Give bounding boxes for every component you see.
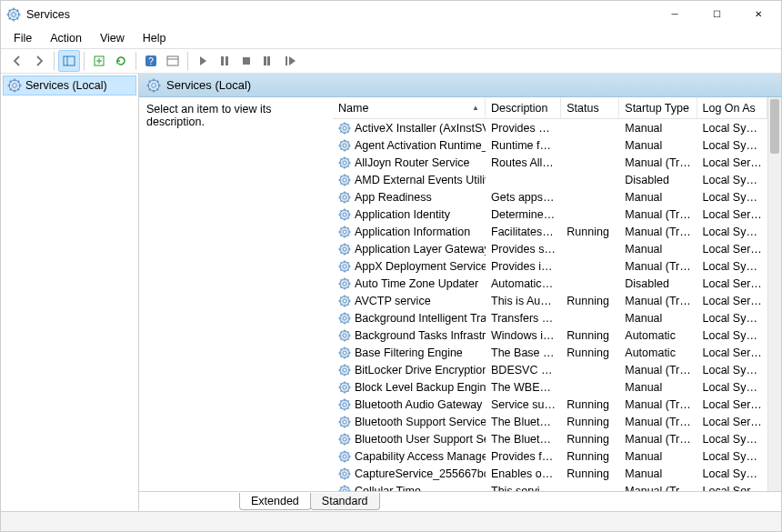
refresh-button[interactable] bbox=[110, 50, 132, 72]
restart-service-button[interactable] bbox=[257, 50, 279, 72]
cell-logon: Local Syste... bbox=[697, 191, 767, 204]
tab-standard[interactable]: Standard bbox=[310, 493, 380, 510]
gear-icon bbox=[338, 277, 351, 290]
properties-button[interactable] bbox=[162, 50, 184, 72]
cell-name: Auto Time Zone Updater bbox=[333, 277, 486, 290]
stop-service-button[interactable] bbox=[236, 50, 257, 72]
vertical-scrollbar[interactable] bbox=[767, 97, 781, 491]
cell-description: Service sup... bbox=[486, 398, 561, 411]
table-row[interactable]: Agent Activation Runtime_...Runtime for.… bbox=[333, 136, 767, 154]
gear-icon bbox=[338, 174, 351, 186]
description-pane: Select an item to view its description. bbox=[139, 97, 333, 491]
help-button[interactable]: ? bbox=[140, 50, 162, 72]
gear-icon bbox=[338, 139, 351, 152]
start-service-button[interactable] bbox=[192, 50, 214, 72]
table-row[interactable]: Cellular TimeThis service ...Manual (Tri… bbox=[333, 482, 767, 491]
table-row[interactable]: CaptureService_255667bcEnables opti...Ru… bbox=[333, 465, 767, 482]
col-header-description[interactable]: Description bbox=[486, 97, 561, 118]
col-header-startup[interactable]: Startup Type bbox=[619, 97, 697, 118]
cell-startup: Automatic bbox=[619, 346, 697, 359]
cell-name: AppX Deployment Service (... bbox=[333, 260, 486, 273]
forward-button[interactable] bbox=[28, 50, 50, 72]
cell-name: Cellular Time bbox=[333, 485, 486, 492]
cell-name: ActiveX Installer (AxInstSV) bbox=[333, 122, 486, 135]
show-hide-tree-button[interactable] bbox=[58, 50, 80, 72]
table-row[interactable]: ActiveX Installer (AxInstSV)Provides Us.… bbox=[333, 119, 767, 136]
cell-startup: Manual bbox=[619, 312, 697, 325]
cell-description: The WBENG... bbox=[486, 381, 561, 394]
col-header-name[interactable]: Name ▲ bbox=[333, 97, 486, 118]
service-name: Cellular Time bbox=[355, 485, 421, 492]
cell-logon: Local Service bbox=[697, 277, 767, 290]
table-row[interactable]: Capability Access Manager ...Provides fa… bbox=[333, 447, 767, 465]
cell-description: The Bluetoo... bbox=[486, 433, 561, 446]
view-tabs: Extended Standard bbox=[139, 491, 781, 511]
table-row[interactable]: Base Filtering EngineThe Base Fil...Runn… bbox=[333, 344, 767, 361]
table-row[interactable]: Bluetooth User Support Ser...The Bluetoo… bbox=[333, 430, 767, 447]
cell-name: Capability Access Manager ... bbox=[333, 450, 486, 463]
table-row[interactable]: Bluetooth Audio Gateway S...Service sup.… bbox=[333, 396, 767, 413]
restart-button[interactable] bbox=[279, 50, 301, 72]
menu-file[interactable]: File bbox=[6, 30, 39, 46]
menu-help[interactable]: Help bbox=[135, 30, 174, 46]
col-header-status[interactable]: Status bbox=[561, 97, 619, 118]
gear-icon bbox=[338, 398, 351, 411]
menu-view[interactable]: View bbox=[93, 30, 132, 46]
cell-logon: Local Syste... bbox=[697, 467, 767, 480]
gear-icon bbox=[338, 208, 351, 221]
menu-action[interactable]: Action bbox=[43, 30, 89, 46]
export-list-button[interactable] bbox=[88, 50, 110, 72]
cell-description: Determines ... bbox=[486, 208, 561, 221]
table-row[interactable]: Block Level Backup Engine ...The WBENG..… bbox=[333, 378, 767, 396]
table-row[interactable]: Background Tasks Infrastruc...Windows in… bbox=[333, 326, 767, 344]
gear-icon bbox=[338, 295, 351, 307]
cell-name: Bluetooth Audio Gateway S... bbox=[333, 398, 486, 411]
maximize-button[interactable]: ☐ bbox=[696, 1, 737, 28]
table-row[interactable]: App ReadinessGets apps re...ManualLocal … bbox=[333, 188, 767, 206]
service-name: ActiveX Installer (AxInstSV) bbox=[355, 122, 486, 135]
close-button[interactable]: ✕ bbox=[737, 1, 779, 28]
table-row[interactable]: Application InformationFacilitates t...R… bbox=[333, 223, 767, 240]
service-name: Auto Time Zone Updater bbox=[355, 277, 478, 290]
cell-logon: Local Syste... bbox=[697, 329, 767, 342]
cell-status: Running bbox=[561, 450, 619, 463]
scrollbar-thumb[interactable] bbox=[770, 99, 779, 154]
table-row[interactable]: Bluetooth Support ServiceThe Bluetoo...R… bbox=[333, 413, 767, 430]
service-name: Application Identity bbox=[355, 208, 450, 221]
cell-name: Application Identity bbox=[333, 208, 486, 221]
titlebar: Services ─ ☐ ✕ bbox=[1, 1, 781, 28]
table-row[interactable]: AVCTP serviceThis is Audi...RunningManua… bbox=[333, 292, 767, 309]
cell-name: Bluetooth Support Service bbox=[333, 416, 486, 428]
table-row[interactable]: Application IdentityDetermines ...Manual… bbox=[333, 206, 767, 223]
table-row[interactable]: Auto Time Zone UpdaterAutomatica...Disab… bbox=[333, 275, 767, 292]
col-header-logon[interactable]: Log On As bbox=[697, 97, 768, 118]
toolbar: ? bbox=[1, 48, 781, 74]
table-row[interactable]: Background Intelligent Tran...Transfers … bbox=[333, 309, 767, 326]
services-window: Services ─ ☐ ✕ File Action View Help bbox=[0, 0, 782, 532]
service-name: BitLocker Drive Encryption ... bbox=[355, 364, 486, 376]
cell-logon: Local Service bbox=[697, 243, 767, 256]
cell-description: Provides fac... bbox=[486, 450, 561, 463]
cell-logon: Local Service bbox=[697, 485, 767, 492]
minimize-button[interactable]: ─ bbox=[654, 1, 696, 28]
gear-icon bbox=[7, 78, 22, 93]
table-row[interactable]: BitLocker Drive Encryption ...BDESVC hos… bbox=[333, 361, 767, 378]
table-row[interactable]: Application Layer Gateway ...Provides su… bbox=[333, 240, 767, 257]
cell-name: Application Information bbox=[333, 226, 486, 238]
table-row[interactable]: AMD External Events UtilityDisabledLocal… bbox=[333, 171, 767, 188]
pause-service-button[interactable] bbox=[214, 50, 236, 72]
tree-root-services-local[interactable]: Services (Local) bbox=[3, 75, 136, 95]
cell-startup: Manual (Trig... bbox=[619, 433, 697, 446]
table-row[interactable]: AllJoyn Router ServiceRoutes AllJo...Man… bbox=[333, 154, 767, 171]
list-header: Services (Local) bbox=[139, 74, 781, 97]
cell-description: Gets apps re... bbox=[486, 191, 561, 204]
cell-logon: Local Syste... bbox=[697, 450, 767, 463]
cell-description: Provides Us... bbox=[486, 122, 561, 135]
description-placeholder: Select an item to view its description. bbox=[146, 103, 272, 128]
tab-extended[interactable]: Extended bbox=[239, 493, 311, 510]
table-row[interactable]: AppX Deployment Service (...Provides inf… bbox=[333, 257, 767, 275]
menubar: File Action View Help bbox=[1, 28, 781, 48]
window-title: Services bbox=[26, 8, 70, 21]
back-button[interactable] bbox=[6, 50, 28, 72]
cell-description: Transfers fil... bbox=[486, 312, 561, 325]
